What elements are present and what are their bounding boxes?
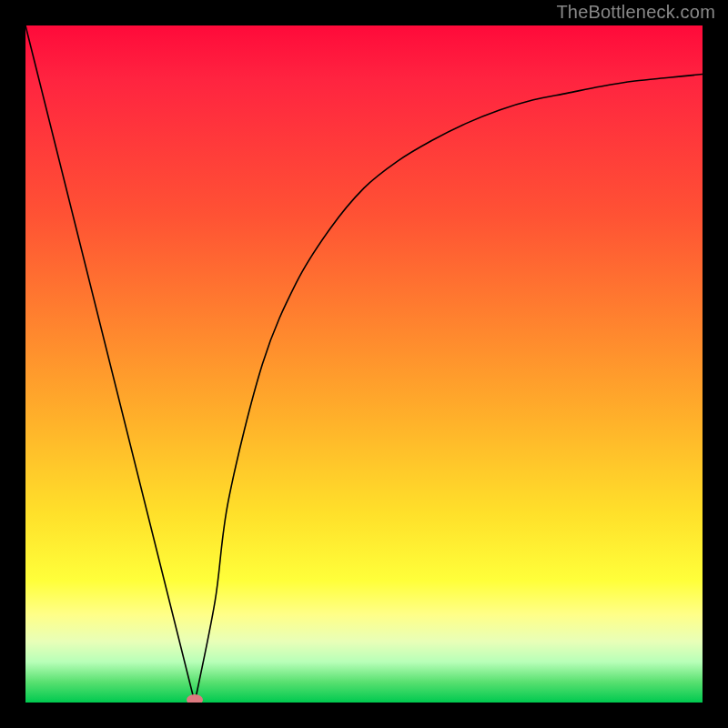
plot-area [25, 25, 703, 703]
bottleneck-curve [25, 25, 703, 703]
chart-frame: TheBottleneck.com [0, 0, 728, 728]
minimum-marker [187, 694, 203, 703]
watermark-text: TheBottleneck.com [556, 2, 715, 23]
